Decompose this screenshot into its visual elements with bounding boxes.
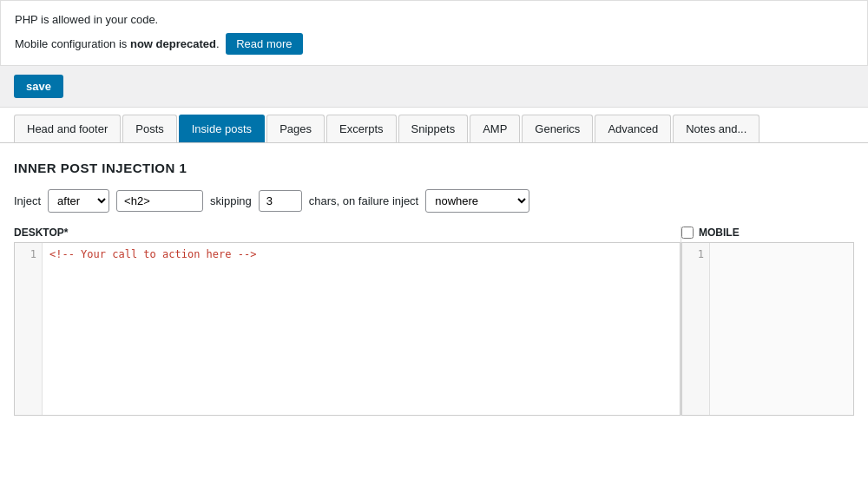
desktop-code-editor[interactable]: 1 <!-- Your call to action here --> bbox=[14, 242, 681, 416]
tab-notes[interactable]: Notes and... bbox=[673, 115, 760, 142]
read-more-button[interactable]: Read more bbox=[226, 33, 302, 55]
tab-snippets[interactable]: Snippets bbox=[398, 115, 469, 142]
mobile-label: MOBILE bbox=[681, 227, 854, 239]
tab-posts[interactable]: Posts bbox=[122, 115, 177, 142]
content-area: INNER POST INJECTION 1 Inject after befo… bbox=[0, 143, 868, 486]
mobile-code-editor[interactable]: 1 bbox=[681, 242, 854, 416]
inject-row: Inject after before skipping chars, on f… bbox=[14, 189, 854, 213]
mobile-line-numbers: 1 bbox=[682, 243, 710, 415]
notice-prefix: Mobile configuration is bbox=[15, 37, 130, 50]
inject-position-select[interactable]: after before bbox=[48, 189, 109, 213]
tabs-row: Head and footerPostsInside postsPagesExc… bbox=[0, 108, 868, 142]
notice-line2: Mobile configuration is now deprecated. … bbox=[15, 33, 853, 55]
skipping-label: skipping bbox=[210, 194, 252, 207]
tab-pages[interactable]: Pages bbox=[266, 115, 325, 142]
desktop-label: DESKTOP* bbox=[14, 227, 681, 239]
desktop-line-numbers: 1 bbox=[15, 243, 43, 415]
section-title: INNER POST INJECTION 1 bbox=[14, 161, 854, 175]
chars-label: chars, on failure inject bbox=[309, 194, 418, 207]
mobile-code-content[interactable] bbox=[710, 243, 853, 415]
failure-inject-select[interactable]: nowhere top bottom bbox=[425, 189, 529, 213]
toolbar: save bbox=[0, 66, 868, 108]
inject-tag-input[interactable] bbox=[116, 190, 203, 212]
save-button[interactable]: save bbox=[14, 75, 63, 98]
inject-label: Inject bbox=[14, 194, 41, 207]
mobile-editor-section: MOBILE 1 bbox=[681, 227, 854, 416]
tab-excerpts[interactable]: Excerpts bbox=[326, 115, 397, 142]
notice-line1: PHP is allowed in your code. bbox=[15, 11, 853, 30]
tab-head-footer[interactable]: Head and footer bbox=[14, 115, 121, 142]
skipping-value-input[interactable] bbox=[259, 190, 302, 212]
tab-inside-posts[interactable]: Inside posts bbox=[179, 115, 265, 142]
notice-bold: now deprecated bbox=[130, 37, 216, 50]
mobile-checkbox[interactable] bbox=[681, 227, 694, 239]
tab-amp[interactable]: AMP bbox=[470, 115, 520, 142]
editors-row: DESKTOP* 1 <!-- Your call to action here… bbox=[14, 227, 854, 416]
notice-suffix: . bbox=[216, 37, 220, 50]
tab-advanced[interactable]: Advanced bbox=[595, 115, 671, 142]
notice-bar: PHP is allowed in your code. Mobile conf… bbox=[0, 0, 868, 66]
tabs-container: Head and footerPostsInside postsPagesExc… bbox=[0, 108, 868, 143]
desktop-editor-section: DESKTOP* 1 <!-- Your call to action here… bbox=[14, 227, 681, 416]
tab-generics[interactable]: Generics bbox=[522, 115, 593, 142]
desktop-code-content[interactable]: <!-- Your call to action here --> bbox=[43, 243, 680, 415]
